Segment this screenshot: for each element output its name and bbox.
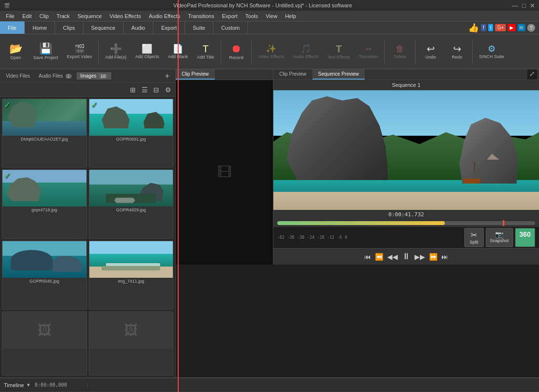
delete-button[interactable]: 🗑 Delete bbox=[387, 37, 413, 67]
media-item[interactable]: ✓ gopr4718.jpg bbox=[2, 169, 87, 238]
expand-preview-button[interactable]: ⤢ bbox=[527, 69, 537, 80]
save-project-button[interactable]: 💾 Save Project bbox=[29, 37, 62, 67]
menu-audio-effects[interactable]: Audio Effects bbox=[145, 12, 185, 20]
rewind-button[interactable]: ◀◀ bbox=[386, 252, 399, 262]
sequence-preview-tab[interactable]: Clip Preview bbox=[273, 69, 312, 80]
play-pause-button[interactable]: ⏸ bbox=[401, 250, 412, 263]
open-button[interactable]: 📂 Open bbox=[3, 37, 28, 67]
transition-button[interactable]: ↔ Transition bbox=[355, 37, 382, 67]
menu-view[interactable]: View bbox=[262, 12, 281, 20]
skip-start-button[interactable]: ⏮ bbox=[363, 252, 372, 262]
tab-audio[interactable]: Audio bbox=[124, 21, 153, 34]
close-button[interactable]: ✕ bbox=[530, 2, 535, 9]
media-item-name: img_7411.jpg bbox=[89, 278, 173, 285]
media-item[interactable]: GOPR5045.jpg bbox=[2, 241, 87, 309]
forward-button[interactable]: ▶▶ bbox=[414, 252, 426, 262]
undo-button[interactable]: ↩ Undo bbox=[418, 37, 443, 67]
media-tab-video-files[interactable]: Video Files bbox=[2, 72, 34, 80]
redo-button[interactable]: ↪ Redo bbox=[444, 37, 470, 67]
maximize-button[interactable]: □ bbox=[522, 2, 526, 9]
add-blank-icon: 📄 bbox=[172, 44, 183, 53]
tab-file[interactable]: File bbox=[0, 21, 25, 34]
vr360-button[interactable]: 360 bbox=[515, 228, 535, 247]
view-toggle-3[interactable]: ⊟ bbox=[151, 84, 162, 95]
li-icon[interactable]: in bbox=[518, 24, 525, 31]
media-item-name: GOPR0691.jpg bbox=[89, 136, 173, 143]
menu-clip[interactable]: Clip bbox=[36, 12, 53, 20]
media-item[interactable]: ✓ GOPR0691.jpg bbox=[89, 99, 174, 167]
fb-icon[interactable]: f bbox=[481, 24, 486, 31]
tab-home[interactable]: Home bbox=[25, 21, 55, 34]
snapshot-button[interactable]: 📷 Snapshot bbox=[486, 228, 513, 247]
add-media-button[interactable]: + bbox=[161, 72, 173, 81]
add-title-icon: T bbox=[203, 44, 208, 54]
gp-icon[interactable]: G+ bbox=[495, 24, 506, 31]
menu-video-effects[interactable]: Video Effects bbox=[105, 12, 145, 20]
prev-frame-button[interactable]: ⏪ bbox=[374, 252, 384, 262]
timeline-timecode: 0:00:00,000 bbox=[35, 382, 67, 388]
media-item[interactable]: ✓ DMqt6CiUEAAO2ET.jpg bbox=[2, 99, 87, 167]
preview-tab-bar: Clip Preview bbox=[176, 69, 273, 80]
timeline-dropdown[interactable]: ▼ bbox=[26, 382, 31, 388]
media-tab-images[interactable]: Images 10 bbox=[77, 72, 112, 80]
view-settings[interactable]: ⚙ bbox=[163, 84, 173, 95]
menu-export[interactable]: Export bbox=[218, 12, 242, 20]
split-button[interactable]: ✂ Split bbox=[464, 228, 484, 247]
nch-suite-label: S!NCH Suite bbox=[479, 54, 504, 59]
clip-preview-content: 🎞 bbox=[176, 80, 273, 265]
skip-end-button[interactable]: ⏭ bbox=[440, 252, 449, 262]
sequence-preview-tab-active[interactable]: Sequence Preview bbox=[312, 69, 365, 80]
menu-file[interactable]: File bbox=[2, 12, 19, 20]
tw-icon[interactable]: t bbox=[488, 24, 494, 31]
menu-edit[interactable]: Edit bbox=[19, 12, 36, 20]
menu-transitions[interactable]: Transitions bbox=[184, 12, 218, 20]
add-title-button[interactable]: T Add Title bbox=[193, 37, 218, 67]
next-frame-button[interactable]: ⏩ bbox=[428, 252, 438, 262]
tab-export[interactable]: Export bbox=[153, 21, 185, 34]
main-toolbar: 📂 Open 💾 Save Project 🎬 Export Video ➕ A… bbox=[0, 34, 539, 69]
left-panel: Video Files Audio Files 1 Images 10 + ⊞ … bbox=[0, 69, 176, 377]
nch-suite-button[interactable]: ⚙ S!NCH Suite bbox=[475, 37, 508, 67]
help-icon[interactable]: ? bbox=[527, 24, 535, 32]
media-tab-audio-files[interactable]: Audio Files 1 bbox=[35, 72, 75, 80]
timeline-header: Timeline ▼ 0:00:00,000 0:01:00.000 0:02:… bbox=[0, 378, 539, 392]
separator-3 bbox=[251, 40, 252, 64]
media-item[interactable]: img_7411.jpg bbox=[89, 241, 174, 309]
view-toggle-2[interactable]: ☰ bbox=[139, 84, 150, 95]
clip-preview-tab[interactable]: Clip Preview bbox=[176, 69, 215, 80]
tab-custom[interactable]: Custom bbox=[213, 21, 248, 34]
delete-label: Delete bbox=[394, 54, 406, 59]
add-objects-button[interactable]: ⬜ Add Objects bbox=[131, 37, 163, 67]
separator-2 bbox=[221, 40, 221, 64]
text-effects-button[interactable]: T Text Effects bbox=[324, 37, 354, 67]
menu-sequence[interactable]: Sequence bbox=[74, 12, 106, 20]
check-icon: ✓ bbox=[91, 101, 97, 110]
undo-icon: ↩ bbox=[427, 44, 435, 54]
progress-fill bbox=[277, 221, 445, 225]
audio-effects-button[interactable]: 🎵 Audio Effects bbox=[289, 37, 323, 67]
add-files-button[interactable]: ➕ Add File(s) bbox=[101, 37, 130, 67]
sequence-preview-panel: Clip Preview Sequence Preview ⤢ Sequence… bbox=[273, 69, 539, 265]
record-button[interactable]: ⏺ Record bbox=[224, 37, 249, 67]
app-title: VideoPad Professional by NCH Software - … bbox=[14, 2, 512, 8]
media-item[interactable]: GOPR4829.jpg bbox=[89, 169, 174, 238]
menu-help[interactable]: Help bbox=[281, 12, 300, 20]
menu-tools[interactable]: Tools bbox=[242, 12, 262, 20]
redo-icon: ↪ bbox=[453, 44, 461, 54]
tab-clips[interactable]: Clips bbox=[55, 21, 83, 34]
yt-icon[interactable]: ▶ bbox=[508, 24, 516, 31]
media-item-placeholder[interactable]: 🖼 bbox=[89, 311, 174, 375]
tab-sequence[interactable]: Sequence bbox=[83, 21, 124, 34]
progress-bar[interactable] bbox=[273, 219, 539, 227]
check-icon: ✓ bbox=[4, 101, 10, 110]
minimize-button[interactable]: — bbox=[512, 2, 518, 9]
video-effects-button[interactable]: ✨ Video Effects bbox=[254, 37, 288, 67]
tab-suite[interactable]: Suite bbox=[185, 21, 213, 34]
menu-track[interactable]: Track bbox=[53, 12, 74, 20]
add-blank-label: Add Blank bbox=[168, 54, 188, 59]
export-video-button[interactable]: 🎬 Export Video bbox=[63, 37, 96, 67]
media-tab-bar: Video Files Audio Files 1 Images 10 + bbox=[0, 69, 175, 83]
add-blank-button[interactable]: 📄 Add Blank bbox=[164, 37, 192, 67]
media-item-placeholder[interactable]: 🖼 bbox=[2, 311, 87, 375]
view-toggle-1[interactable]: ⊞ bbox=[127, 84, 138, 95]
